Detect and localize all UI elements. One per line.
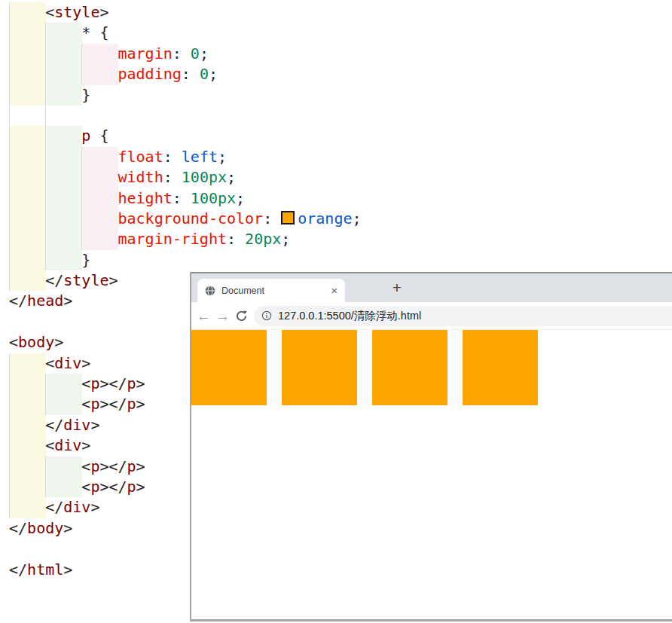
new-tab-button[interactable]: + bbox=[389, 279, 405, 297]
reload-icon bbox=[235, 310, 248, 322]
info-icon[interactable] bbox=[261, 310, 272, 321]
floated-paragraph-square bbox=[191, 330, 267, 405]
code-text: } bbox=[9, 85, 90, 105]
code-text: width: 100px; bbox=[9, 167, 236, 188]
tab-title: Document bbox=[221, 286, 264, 296]
code-text: * { bbox=[9, 23, 108, 43]
indent-guide bbox=[9, 105, 10, 126]
tab-strip: Document × + bbox=[191, 273, 672, 302]
code-text: </style> bbox=[9, 270, 118, 291]
url-text: 127.0.0.1:5500/清除浮动.html bbox=[278, 309, 421, 323]
floated-paragraph-square bbox=[282, 330, 357, 405]
floated-paragraph-square bbox=[463, 330, 538, 405]
forward-arrow-icon: → bbox=[215, 309, 230, 323]
indent-guide bbox=[45, 105, 46, 126]
code-line[interactable]: float: left; bbox=[0, 147, 672, 167]
code-text: float: left; bbox=[9, 147, 227, 167]
code-line[interactable]: padding: 0; bbox=[0, 64, 672, 84]
code-line[interactable]: } bbox=[0, 85, 672, 105]
code-text: <div> bbox=[9, 353, 90, 374]
code-text: margin-right: 20px; bbox=[9, 229, 290, 249]
back-button[interactable]: ← bbox=[194, 307, 213, 325]
code-line[interactable]: background-color: orange; bbox=[0, 209, 672, 229]
code-text: height: 100px; bbox=[9, 188, 245, 209]
floated-squares-row bbox=[191, 330, 672, 405]
address-bar[interactable]: 127.0.0.1:5500/清除浮动.html bbox=[254, 306, 672, 326]
code-text: <p></p> bbox=[9, 477, 145, 497]
code-text: padding: 0; bbox=[9, 64, 218, 84]
code-text: </head> bbox=[9, 291, 72, 311]
code-line[interactable]: height: 100px; bbox=[0, 188, 672, 209]
code-text: p { bbox=[9, 126, 108, 146]
code-text: margin: 0; bbox=[9, 44, 209, 64]
floated-paragraph-square bbox=[372, 330, 447, 405]
code-text: <style> bbox=[9, 2, 108, 23]
code-line[interactable]: width: 100px; bbox=[0, 167, 672, 188]
code-text: <p></p> bbox=[9, 374, 145, 394]
code-line[interactable]: * { bbox=[0, 23, 672, 43]
code-text: <div> bbox=[9, 435, 90, 456]
browser-tab[interactable]: Document × bbox=[197, 279, 345, 302]
code-line[interactable]: } bbox=[0, 250, 672, 270]
code-text: <p></p> bbox=[9, 457, 145, 477]
browser-window: Document × + ← → bbox=[190, 272, 672, 621]
css-color-swatch[interactable] bbox=[281, 211, 295, 224]
tab-close-button[interactable]: × bbox=[331, 285, 338, 296]
code-line[interactable] bbox=[0, 105, 672, 126]
code-line[interactable]: margin: 0; bbox=[0, 44, 672, 64]
globe-icon bbox=[205, 286, 215, 296]
code-text: <body> bbox=[9, 332, 63, 353]
code-line[interactable]: p { bbox=[0, 126, 672, 146]
back-arrow-icon: ← bbox=[197, 309, 211, 323]
code-text: </html> bbox=[9, 560, 72, 580]
reload-button[interactable] bbox=[232, 307, 251, 325]
code-text: </div> bbox=[9, 497, 99, 518]
code-text: <p></p> bbox=[9, 394, 145, 414]
browser-toolbar: ← → 127.0.0.1:5500/清除浮动.html bbox=[191, 302, 672, 330]
forward-button[interactable]: → bbox=[213, 307, 232, 325]
code-text: } bbox=[9, 250, 90, 270]
code-text: </div> bbox=[9, 415, 99, 435]
browser-page-content bbox=[191, 330, 672, 618]
code-line[interactable]: <style> bbox=[0, 2, 672, 23]
code-text: background-color: orange; bbox=[9, 209, 362, 229]
code-text: </body> bbox=[9, 518, 72, 539]
code-line[interactable]: margin-right: 20px; bbox=[0, 229, 672, 249]
